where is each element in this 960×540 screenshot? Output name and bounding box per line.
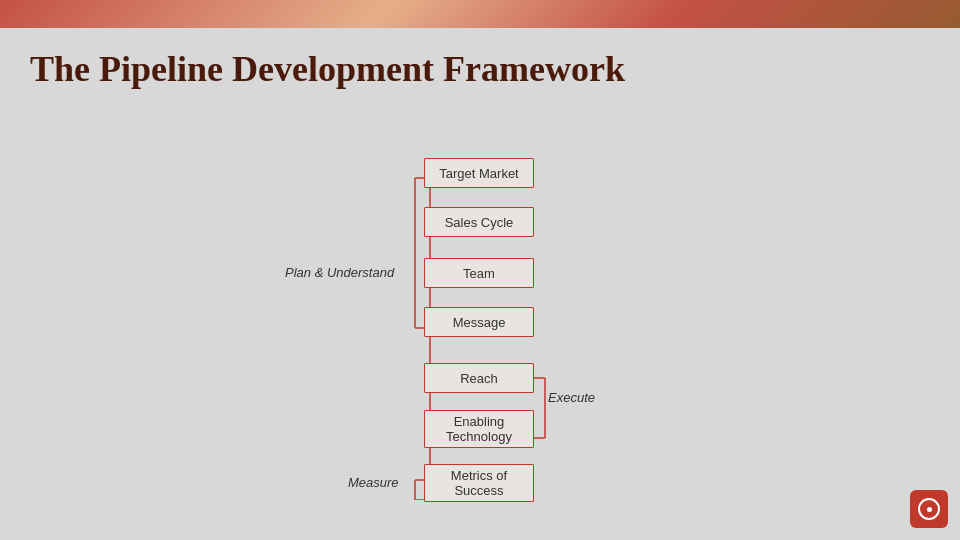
diagram-area: Target Market Sales Cycle Team Message R… (30, 110, 930, 500)
plan-understand-label: Plan & Understand (285, 265, 394, 280)
metrics-box: Metrics of Success (424, 464, 534, 502)
measure-label: Measure (348, 475, 399, 490)
target-market-box: Target Market (424, 158, 534, 188)
reach-box: Reach (424, 363, 534, 393)
top-banner (0, 0, 960, 28)
logo-dot (927, 507, 932, 512)
enabling-tech-box: Enabling Technology (424, 410, 534, 448)
team-box: Team (424, 258, 534, 288)
page-title: The Pipeline Development Framework (30, 48, 930, 90)
logo-icon (918, 498, 940, 520)
main-content: The Pipeline Development Framework Targe… (0, 28, 960, 540)
logo-button[interactable] (910, 490, 948, 528)
sales-cycle-box: Sales Cycle (424, 207, 534, 237)
execute-label: Execute (548, 390, 595, 405)
message-box: Message (424, 307, 534, 337)
